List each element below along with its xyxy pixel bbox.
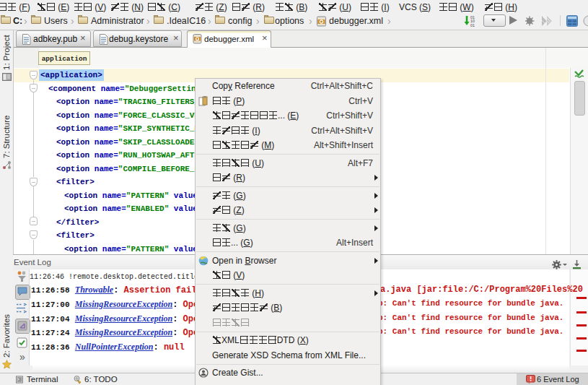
svg-text:01: 01 bbox=[470, 23, 475, 27]
